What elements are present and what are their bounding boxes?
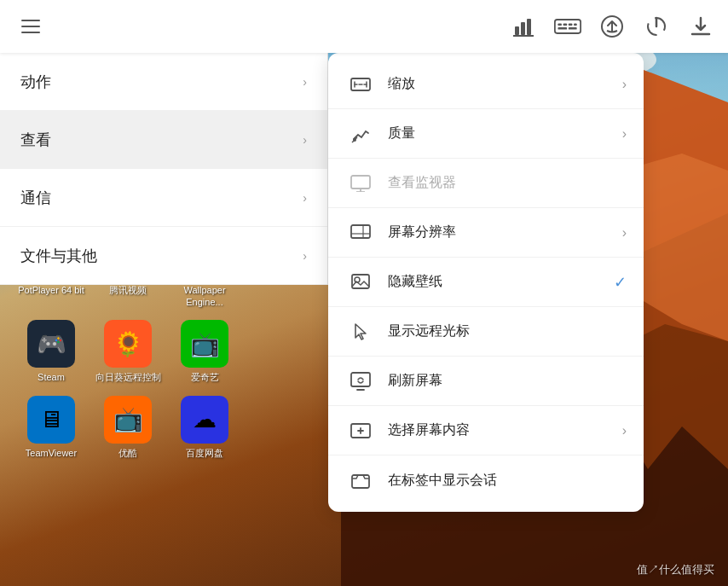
submenu-label-4: 隐藏壁纸 xyxy=(388,273,614,291)
submenu-icon-5 xyxy=(345,316,376,347)
submenu-icon-0 xyxy=(345,69,376,100)
icon-image-14: ☁ xyxy=(181,396,228,444)
submenu-arrow-7: › xyxy=(622,423,627,438)
bar-chart-icon[interactable] xyxy=(510,13,537,40)
icon-label-10: 向日葵远程控制 xyxy=(95,371,161,383)
left-menu-label-1: 查看 xyxy=(20,130,51,150)
submenu-arrow-3: › xyxy=(622,225,627,241)
submenu-label-6: 刷新屏幕 xyxy=(388,372,627,390)
left-menu-label-3: 文件与其他 xyxy=(20,246,97,266)
left-menu-item-2[interactable]: 通信 › xyxy=(0,169,327,227)
power-icon[interactable] xyxy=(643,13,670,40)
submenu-right-1: › xyxy=(622,126,627,142)
icon-label-12: TeamViewer xyxy=(26,447,77,459)
icon-label-8: Wallpaper Engine... xyxy=(170,284,239,309)
icon-label-9: Steam xyxy=(38,371,65,383)
hamburger-line-1 xyxy=(21,20,40,21)
submenu-arrow-0: › xyxy=(622,77,627,92)
svg-rect-19 xyxy=(558,27,567,30)
left-menu-label-2: 通信 xyxy=(20,188,51,208)
submenu-right-0: › xyxy=(622,77,627,92)
left-menu-item-1[interactable]: 查看 › xyxy=(0,111,327,169)
icon-label-7: 腾讯视频 xyxy=(109,284,147,296)
left-menu-item-0[interactable]: 动作 › xyxy=(0,53,327,111)
icon-image-12: 🖥 xyxy=(27,396,75,444)
submenu-icon-4 xyxy=(345,267,376,298)
submenu-label-7: 选择屏幕内容 xyxy=(388,421,622,439)
submenu-label-1: 质量 xyxy=(388,125,622,142)
svg-rect-12 xyxy=(527,19,531,35)
submenu-label-2: 查看监视器 xyxy=(388,174,627,192)
chevron-right-icon-0: › xyxy=(303,75,307,89)
svg-rect-28 xyxy=(351,176,370,189)
submenu-item-5[interactable]: 显示远程光标 xyxy=(328,307,644,357)
icon-label-6: PotPlayer 64 bit xyxy=(18,284,84,296)
top-bar-right xyxy=(510,13,714,40)
submenu-icon-6 xyxy=(345,366,376,397)
chevron-right-icon-2: › xyxy=(303,191,307,205)
icon-label-14: 百度网盘 xyxy=(186,447,223,459)
hamburger-line-3 xyxy=(21,32,40,33)
submenu-label-3: 屏幕分辨率 xyxy=(388,223,622,241)
download-icon[interactable] xyxy=(687,13,714,40)
submenu-icon-7 xyxy=(345,415,376,446)
check-mark-4: ✓ xyxy=(614,273,627,292)
hamburger-button[interactable] xyxy=(14,9,48,44)
submenu-item-2[interactable]: 查看监视器 xyxy=(328,159,644,208)
svg-rect-13 xyxy=(513,35,534,37)
svg-rect-31 xyxy=(351,225,370,238)
submenu-item-1[interactable]: 质量 › xyxy=(328,109,644,159)
icon-image-11: 📺 xyxy=(181,320,228,368)
submenu-right-7: › xyxy=(622,423,627,438)
top-bar xyxy=(0,0,728,53)
right-submenu: 缩放 › 质量 › 查看监视器 屏幕分辨率 › 隐藏壁纸 ✓ 显示远程光标 刷新… xyxy=(328,53,644,512)
hamburger-line-2 xyxy=(21,26,40,27)
watermark-text: 值↗什么值得买 xyxy=(637,563,714,576)
desktop-icon-12[interactable]: 🖥 TeamViewer xyxy=(17,396,85,459)
icon-image-10: 🌻 xyxy=(104,320,152,368)
top-bar-left xyxy=(14,9,48,44)
left-menu-label-0: 动作 xyxy=(20,72,51,92)
share-icon[interactable] xyxy=(598,13,626,40)
svg-rect-18 xyxy=(574,23,577,26)
submenu-label-0: 缩放 xyxy=(388,75,622,93)
svg-rect-15 xyxy=(558,23,561,26)
desktop-icon-14[interactable]: ☁ 百度网盘 xyxy=(170,396,239,459)
svg-rect-17 xyxy=(569,23,572,26)
submenu-item-6[interactable]: 刷新屏幕 xyxy=(328,357,644,406)
watermark: 值↗什么值得买 xyxy=(637,562,714,577)
submenu-icon-8 xyxy=(345,465,376,496)
submenu-icon-1 xyxy=(345,119,376,149)
desktop-icon-11[interactable]: 📺 爱奇艺 xyxy=(170,320,239,383)
svg-rect-14 xyxy=(555,20,581,33)
left-menu-item-3[interactable]: 文件与其他 › xyxy=(0,227,327,285)
submenu-item-0[interactable]: 缩放 › xyxy=(328,60,644,109)
left-menu: 动作 › 查看 › 通信 › 文件与其他 › xyxy=(0,53,328,285)
submenu-right-3: › xyxy=(622,225,627,241)
svg-rect-36 xyxy=(351,373,370,386)
desktop-icon-9[interactable]: 🎮 Steam xyxy=(17,320,85,383)
submenu-right-4: ✓ xyxy=(614,273,627,292)
submenu-item-4[interactable]: 隐藏壁纸 ✓ xyxy=(328,258,644,307)
svg-rect-16 xyxy=(563,23,567,26)
submenu-item-8[interactable]: 在标签中显示会话 xyxy=(328,455,644,505)
desktop-icon-13[interactable]: 📺 优酷 xyxy=(94,396,162,459)
icon-label-11: 爱奇艺 xyxy=(191,371,219,383)
svg-rect-10 xyxy=(515,26,519,35)
submenu-icon-2 xyxy=(345,168,376,199)
chevron-right-icon-1: › xyxy=(303,133,307,147)
submenu-icon-3 xyxy=(345,218,376,248)
submenu-arrow-1: › xyxy=(622,126,627,142)
svg-rect-40 xyxy=(352,475,369,488)
icon-label-13: 优酷 xyxy=(118,447,137,459)
svg-rect-20 xyxy=(569,27,577,30)
chevron-right-icon-3: › xyxy=(303,249,307,263)
remote-icon[interactable] xyxy=(554,13,581,40)
submenu-item-7[interactable]: 选择屏幕内容 › xyxy=(328,406,644,455)
submenu-item-3[interactable]: 屏幕分辨率 › xyxy=(328,208,644,258)
icon-image-9: 🎮 xyxy=(27,320,75,368)
icon-image-13: 📺 xyxy=(104,396,152,444)
submenu-label-5: 显示远程光标 xyxy=(388,322,627,340)
svg-rect-11 xyxy=(521,22,525,35)
desktop-icon-10[interactable]: 🌻 向日葵远程控制 xyxy=(94,320,162,383)
